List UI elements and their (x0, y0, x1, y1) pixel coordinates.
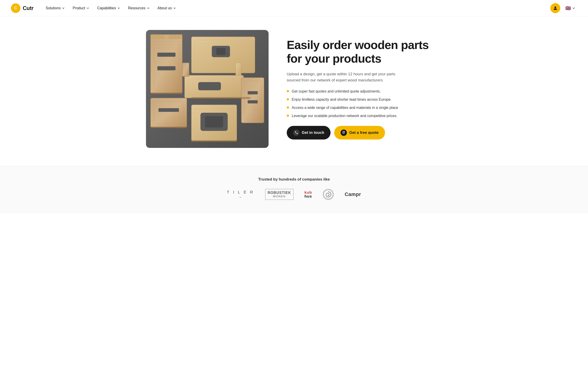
nav-solutions[interactable]: Solutions (43, 4, 68, 12)
wood-illustration (146, 30, 269, 148)
trust-section: Trusted by hundreds of companies like T … (0, 166, 588, 213)
bullet-list: Get super fast quotes and unlimited quot… (287, 89, 442, 119)
hero-section: Easily order wooden parts for your produ… (135, 16, 453, 166)
navigation: C Cutr Solutions Product Capabilities Re… (0, 0, 588, 16)
svg-point-0 (554, 6, 556, 8)
cta-row: Get in touch Get a free quote (287, 126, 442, 140)
phone-icon (295, 131, 298, 134)
trust-title: Trusted by hundreds of companies like (11, 177, 577, 182)
flag-icon: 🇬🇧 (565, 5, 571, 11)
svg-rect-22 (248, 91, 258, 94)
logo-icon: C (11, 3, 20, 13)
user-button[interactable] (550, 3, 560, 13)
svg-rect-19 (205, 116, 223, 127)
hero-subtitle: Upload a design, get a quote within 12 h… (287, 71, 405, 83)
svg-rect-30 (151, 126, 187, 128)
hero-title: Easily order wooden parts for your produ… (287, 38, 442, 66)
brand-campr: Campr (345, 192, 361, 197)
hero-image (146, 30, 269, 148)
nav-about[interactable]: About us (154, 4, 179, 12)
svg-point-41 (328, 195, 329, 196)
chevron-down-icon (572, 7, 575, 10)
get-in-touch-button[interactable]: Get in touch (287, 126, 331, 140)
svg-rect-29 (191, 97, 250, 99)
hero-content: Easily order wooden parts for your produ… (287, 38, 442, 140)
svg-point-40 (324, 190, 333, 199)
bullet-dot (287, 115, 289, 117)
svg-rect-23 (248, 100, 258, 103)
phone-icon-wrap (293, 130, 299, 136)
brand-robustiek: ROBUSTIEK WONEN (265, 189, 294, 200)
nav-resources[interactable]: Resources (125, 4, 153, 12)
document-icon-wrap (341, 130, 347, 136)
bullet-item: Leverage our scalable production network… (287, 113, 442, 119)
svg-rect-27 (169, 34, 182, 39)
brand-tiler: T I L E R ⌣ (227, 190, 254, 199)
svg-rect-13 (151, 98, 187, 127)
brand-logos: T I L E R ⌣ ROBUSTIEK WONEN kub hus Camp… (11, 189, 577, 200)
nav-right: 🇬🇧 (550, 3, 577, 13)
logo-name: Cutr (23, 5, 33, 11)
svg-rect-28 (151, 92, 182, 94)
user-icon (553, 6, 558, 11)
bullet-item: Get super fast quotes and unlimited quot… (287, 89, 442, 94)
swirl-icon (323, 189, 333, 199)
nav-links: Solutions Product Capabilities Resources… (43, 4, 550, 12)
logo-link[interactable]: C Cutr (11, 3, 33, 13)
bullet-dot (287, 106, 289, 109)
svg-rect-5 (216, 48, 225, 55)
svg-rect-15 (158, 108, 179, 112)
brand-circle (323, 189, 334, 200)
nav-capabilities[interactable]: Capabilities (94, 4, 124, 12)
chevron-down-icon (173, 7, 176, 10)
svg-rect-26 (151, 34, 164, 39)
language-selector[interactable]: 🇬🇧 (563, 4, 577, 12)
bullet-dot (287, 90, 289, 92)
nav-product[interactable]: Product (69, 4, 93, 12)
chevron-down-icon (62, 7, 65, 10)
document-icon (342, 131, 346, 134)
svg-rect-6 (151, 34, 182, 93)
chevron-down-icon (117, 7, 120, 10)
svg-rect-9 (157, 66, 176, 70)
svg-rect-24 (182, 63, 189, 76)
bullet-dot (287, 98, 289, 100)
bullet-item: Access a wide range of capabilities and … (287, 105, 442, 110)
chevron-down-icon (147, 7, 150, 10)
svg-rect-25 (236, 63, 241, 75)
chevron-down-icon (86, 7, 89, 10)
get-free-quote-button[interactable]: Get a free quote (334, 126, 385, 140)
brand-kubhus: kub hus (304, 191, 312, 198)
svg-rect-31 (191, 140, 237, 142)
svg-rect-8 (157, 53, 176, 57)
bullet-item: Enjoy limitless capacity and shorter lea… (287, 97, 442, 102)
svg-rect-12 (198, 82, 221, 90)
